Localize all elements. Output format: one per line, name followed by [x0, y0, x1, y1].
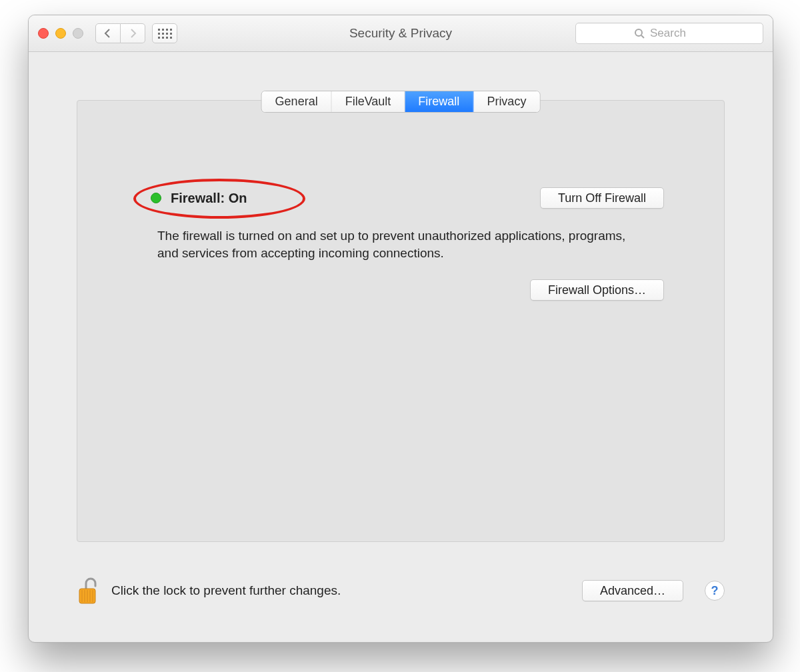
window-controls — [38, 28, 83, 39]
chevron-left-icon — [104, 29, 112, 38]
back-button[interactable] — [95, 23, 121, 43]
tab-firewall[interactable]: Firewall — [405, 91, 473, 112]
firewall-status-row: Firewall: On Turn Off Firewall — [151, 187, 664, 209]
search-field[interactable] — [575, 23, 763, 44]
advanced-button[interactable]: Advanced… — [582, 580, 683, 601]
svg-line-1 — [641, 35, 644, 38]
minimize-window-button[interactable] — [55, 28, 66, 39]
window-body: General FileVault Firewall Privacy Firew… — [29, 52, 773, 642]
nav-back-forward — [95, 23, 145, 43]
firewall-status: Firewall: On — [151, 191, 247, 206]
preferences-window: Security & Privacy General FileVault Fir… — [28, 15, 773, 643]
search-icon — [634, 28, 645, 39]
tab-general[interactable]: General — [262, 91, 332, 112]
firewall-options-button[interactable]: Firewall Options… — [530, 279, 664, 301]
svg-point-0 — [635, 29, 642, 36]
firewall-status-label: Firewall: On — [171, 191, 247, 206]
content-panel: Firewall: On Turn Off Firewall The firew… — [77, 100, 725, 542]
lock-icon[interactable] — [77, 577, 99, 605]
titlebar: Security & Privacy — [29, 15, 773, 52]
search-input[interactable] — [649, 26, 705, 41]
grid-icon — [158, 29, 172, 39]
help-button[interactable]: ? — [705, 581, 725, 601]
status-indicator-icon — [151, 193, 161, 203]
close-window-button[interactable] — [38, 28, 49, 39]
show-all-button[interactable] — [152, 23, 177, 43]
tab-bar: General FileVault Firewall Privacy — [261, 91, 541, 113]
forward-button — [121, 23, 145, 43]
firewall-description: The firewall is turned on and set up to … — [157, 227, 631, 261]
chevron-right-icon — [129, 29, 137, 38]
footer: Click the lock to prevent further change… — [77, 567, 725, 614]
zoom-window-button — [73, 28, 83, 39]
tab-privacy[interactable]: Privacy — [473, 91, 539, 112]
lock-message: Click the lock to prevent further change… — [111, 583, 341, 598]
turn-off-firewall-button[interactable]: Turn Off Firewall — [540, 187, 664, 209]
tab-filevault[interactable]: FileVault — [332, 91, 405, 112]
